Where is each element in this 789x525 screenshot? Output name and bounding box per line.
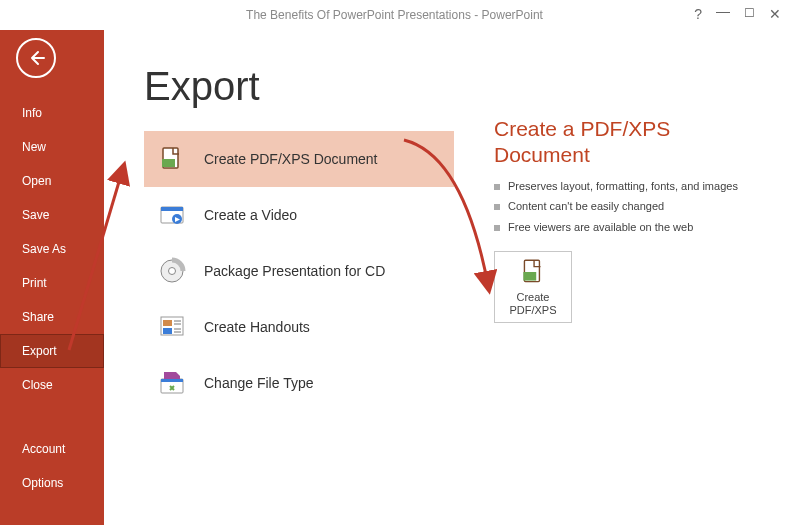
video-icon	[156, 199, 188, 231]
svg-rect-11	[163, 328, 172, 334]
option-label: Change File Type	[204, 375, 313, 391]
svg-point-6	[169, 268, 176, 275]
nav-save-as[interactable]: Save As	[0, 232, 104, 266]
option-label: Create PDF/XPS Document	[204, 151, 378, 167]
minimize-icon[interactable]: —	[716, 3, 730, 19]
nav-new[interactable]: New	[0, 130, 104, 164]
detail-heading: Create a PDF/XPS Document	[494, 116, 744, 169]
option-change-file-type[interactable]: Change File Type	[144, 355, 454, 411]
action-button-label: Create	[516, 291, 549, 303]
maximize-icon[interactable]: ☐	[744, 6, 755, 22]
pdf-icon	[518, 257, 548, 287]
detail-bullet: Preserves layout, formatting, fonts, and…	[494, 179, 744, 194]
detail-bullet: Free viewers are available on the web	[494, 220, 744, 235]
svg-rect-17	[523, 272, 536, 281]
handouts-icon	[156, 311, 188, 343]
svg-rect-8	[163, 320, 172, 326]
detail-bullets: Preserves layout, formatting, fonts, and…	[494, 179, 744, 236]
option-label: Package Presentation for CD	[204, 263, 385, 279]
window-title: The Benefits Of PowerPoint Presentations…	[0, 8, 789, 22]
title-bar: The Benefits Of PowerPoint Presentations…	[0, 0, 789, 30]
nav-account[interactable]: Account	[0, 432, 104, 466]
pdf-icon	[156, 143, 188, 175]
nav-print[interactable]: Print	[0, 266, 104, 300]
main-content: Export Create PDF/XPS Document Create a …	[104, 30, 789, 525]
option-create-handouts[interactable]: Create Handouts	[144, 299, 454, 355]
svg-rect-1	[162, 159, 175, 167]
arrow-left-icon	[26, 48, 46, 68]
close-icon[interactable]: ✕	[769, 6, 781, 22]
nav-close[interactable]: Close	[0, 368, 104, 402]
option-label: Create a Video	[204, 207, 297, 223]
nav-info[interactable]: Info	[0, 96, 104, 130]
cd-icon	[156, 255, 188, 287]
help-icon[interactable]: ?	[694, 6, 702, 22]
nav-export[interactable]: Export	[0, 334, 104, 368]
option-create-video[interactable]: Create a Video	[144, 187, 454, 243]
option-package-cd[interactable]: Package Presentation for CD	[144, 243, 454, 299]
option-create-pdf-xps[interactable]: Create PDF/XPS Document	[144, 131, 454, 187]
filetype-icon	[156, 367, 188, 399]
nav-share[interactable]: Share	[0, 300, 104, 334]
nav-options[interactable]: Options	[0, 466, 104, 500]
nav-save[interactable]: Save	[0, 198, 104, 232]
option-label: Create Handouts	[204, 319, 310, 335]
action-button-label: PDF/XPS	[509, 304, 556, 316]
backstage-sidebar: Info New Open Save Save As Print Share E…	[0, 30, 104, 525]
detail-bullet: Content can't be easily changed	[494, 199, 744, 214]
back-button[interactable]	[16, 38, 56, 78]
svg-rect-3	[161, 207, 183, 211]
page-title: Export	[144, 64, 454, 109]
nav-open[interactable]: Open	[0, 164, 104, 198]
export-options-list: Create PDF/XPS Document Create a Video P…	[144, 131, 454, 411]
svg-rect-15	[161, 379, 183, 382]
create-pdf-xps-button[interactable]: Create PDF/XPS	[494, 251, 572, 323]
